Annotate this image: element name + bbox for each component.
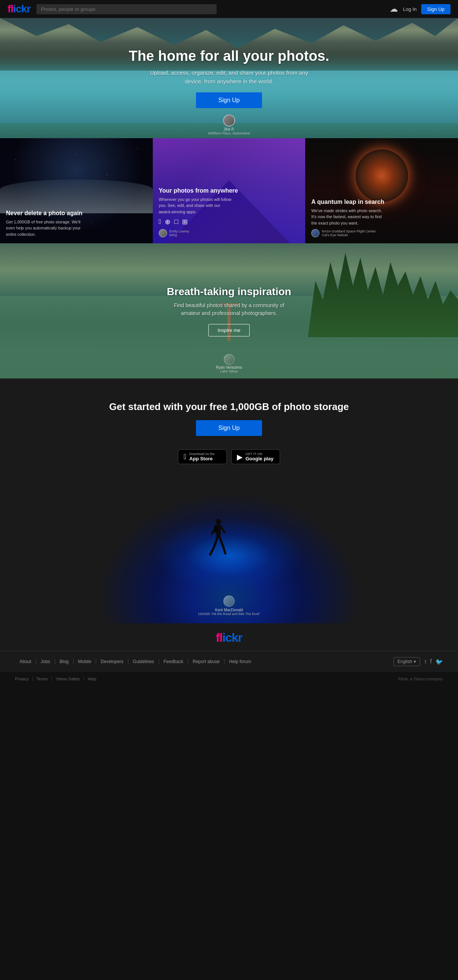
feature-3-desc: We've made strides with photo search. It… [311, 208, 386, 226]
feature-1-title: Never delete a photo again [6, 210, 147, 216]
footer-nav-links: About Jobs Blog Mobile Developers Guidel… [15, 659, 393, 664]
footer-nav: About Jobs Blog Mobile Developers Guidel… [0, 651, 458, 672]
cta-credit-avatar [223, 595, 235, 607]
google-play-sub: GET IT ON [245, 452, 273, 456]
inspiration-subtitle: Find beautiful photos shared by a commun… [173, 302, 285, 317]
feature-3-content: A quantum leap in search We've made stri… [311, 199, 452, 238]
apple-icon:  [184, 452, 186, 461]
language-label: English [398, 659, 412, 664]
footer-bottom-yahoo-safely[interactable]: Yahoo Safely [52, 677, 84, 681]
hero-title: The home for all your photos. [129, 48, 329, 64]
inspiration-avatar [224, 354, 234, 364]
footer-logo-area: flickr [0, 623, 458, 651]
feature-3-credit: NASA Goddard Space Flight Center Cat's E… [311, 229, 452, 237]
footer-link-guidelines[interactable]: Guidelines [129, 659, 159, 664]
google-play-text: GET IT ON Google play [245, 452, 273, 461]
feature-3-credit-name: NASA Goddard Space Flight Center [322, 229, 376, 233]
svg-line-7 [223, 546, 225, 554]
language-arrow-icon: ▾ [414, 659, 416, 664]
windows-phone-icon: □ [174, 218, 178, 226]
hero-section: The home for all your photos. Upload, ac… [0, 18, 458, 138]
footer-link-feedback[interactable]: Feedback [159, 659, 188, 664]
hero-signup-button[interactable]: Sign Up [196, 92, 262, 108]
hero-credit: Jlhè P. Wildflore Place, Switzerland [208, 115, 250, 135]
apple-icon:  [159, 218, 161, 226]
language-selector[interactable]: English ▾ [393, 657, 420, 666]
google-play-main: Google play [245, 456, 273, 461]
svg-line-5 [219, 536, 223, 546]
footer-link-jobs[interactable]: Jobs [36, 659, 55, 664]
footer-flickr-logo[interactable]: flickr [0, 631, 458, 645]
inspiration-credit-location: Lake Tahoe [216, 369, 242, 373]
inspiration-content: Breath-taking inspiration Find beautiful… [167, 286, 291, 336]
feature-anywhere: Your photos from anywhere Wherever you g… [153, 138, 305, 243]
svg-rect-8 [214, 526, 218, 533]
svg-line-3 [221, 527, 224, 533]
footer-bottom-terms[interactable]: Terms [33, 677, 52, 681]
feature-2-credit: Emily Lowrey Wing [159, 229, 300, 237]
features-row: Never delete a photo again Get 1,000GB o… [0, 138, 458, 243]
person-silhouette [207, 519, 229, 560]
svg-point-0 [216, 519, 221, 525]
footer-link-blog[interactable]: Blog [55, 659, 73, 664]
feature-search: A quantum leap in search We've made stri… [305, 138, 458, 243]
hero-credit-location: Wildflore Place, Switzerland [208, 131, 250, 135]
feature-1-desc: Get 1,000GB of free photo storage. We'll… [6, 219, 81, 238]
hero-content: The home for all your photos. Upload, ac… [129, 48, 329, 108]
feature-2-credit-text: Emily Lowrey Wing [169, 229, 189, 237]
feature-2-avatar [159, 229, 167, 237]
feature-storage: Never delete a photo again Get 1,000GB o… [0, 138, 153, 243]
footer-link-developers[interactable]: Developers [96, 659, 129, 664]
footer-bottom-help[interactable]: Help [84, 677, 100, 681]
svg-line-6 [210, 547, 214, 555]
cta-section: Get started with your free 1,000GB of ph… [0, 379, 458, 623]
footer-link-about[interactable]: About [15, 659, 36, 664]
navbar: flickr ☁ Log In Sign Up [0, 0, 458, 18]
facebook-icon[interactable]: f [430, 658, 432, 665]
feature-2-content: Your photos from anywhere Wherever you g… [159, 187, 300, 238]
feature-3-title: A quantum leap in search [311, 199, 452, 205]
inspire-me-button[interactable]: Inspire me [208, 324, 250, 336]
feature-platform-icons:  ⊕ □ ⊞ [159, 218, 300, 226]
yahoo-company-text: Flickr, a Yahoo company [398, 677, 443, 681]
android-icon: ⊕ [165, 218, 170, 226]
app-store-sub: Download on the [189, 452, 215, 456]
hero-avatar [223, 115, 235, 127]
windows-icon: ⊞ [182, 218, 188, 226]
upload-icon[interactable]: ☁ [390, 4, 398, 14]
hero-subtitle: Upload, access, organize, edit, and shar… [146, 69, 312, 86]
inspiration-credit: Ryan Verissimo Lake Tahoe [216, 354, 242, 373]
footer-bottom-privacy[interactable]: Privacy [15, 677, 33, 681]
footer-link-help-forum[interactable]: Help forum [224, 659, 256, 664]
tumblr-icon[interactable]: 𝔱 [425, 658, 426, 665]
feature-2-title: Your photos from anywhere [159, 187, 300, 194]
inspiration-title: Breath-taking inspiration [167, 286, 291, 298]
search-input[interactable] [37, 4, 216, 14]
login-button[interactable]: Log In [403, 6, 417, 12]
app-store-button[interactable]:  Download on the App Store [178, 449, 227, 464]
hero-credit-name: Jlhè P. [208, 127, 250, 131]
feature-2-credit-name: Emily Lowrey [169, 229, 189, 233]
footer-bottom: Privacy Terms Yahoo Safely Help Flickr, … [0, 672, 458, 686]
inspiration-section: Breath-taking inspiration Find beautiful… [0, 243, 458, 379]
footer-link-report-abuse[interactable]: Report abuse [188, 659, 224, 664]
svg-line-4 [214, 536, 218, 547]
app-store-text: Download on the App Store [189, 452, 215, 461]
feature-2-desc: Wherever you go your photos will follow … [159, 196, 234, 215]
cta-title: Get started with your free 1,000GB of ph… [8, 401, 450, 413]
google-play-icon: ▶ [237, 452, 243, 461]
feature-3-credit-text: NASA Goddard Space Flight Center Cat's E… [322, 229, 376, 237]
feature-2-credit-loc: Wing [169, 233, 189, 237]
feature-3-avatar [311, 229, 320, 237]
google-play-button[interactable]: ▶ GET IT ON Google play [231, 449, 280, 464]
cta-signup-button[interactable]: Sign Up [196, 420, 262, 436]
signup-button[interactable]: Sign Up [421, 4, 450, 14]
twitter-icon[interactable]: 🐦 [436, 658, 443, 665]
flickr-logo[interactable]: flickr [8, 3, 30, 15]
feature-1-content: Never delete a photo again Get 1,000GB o… [6, 210, 147, 238]
footer-social: 𝔱 f 🐦 [425, 658, 443, 665]
cta-credit-title: 193/365 "Hit the Road and Bite The Dust" [8, 612, 450, 616]
cta-credit: Kent MacDonald 193/365 "Hit the Road and… [8, 584, 450, 623]
feature-3-credit-loc: Cat's Eye Nebula [322, 233, 376, 237]
footer-link-mobile[interactable]: Mobile [73, 659, 96, 664]
